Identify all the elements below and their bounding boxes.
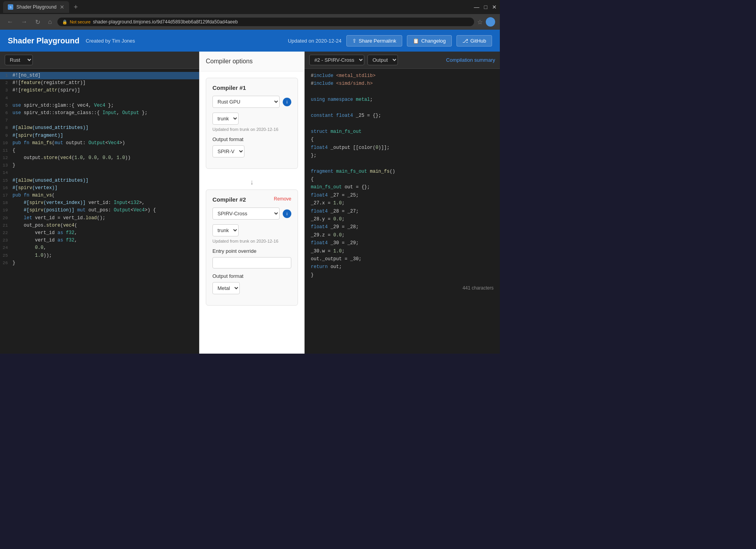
options-header: Compiler options [200,52,304,72]
output-line: #include <simd/simd.h> [311,80,494,88]
output-code-content: #include <metal_stdlib>#include <simd/si… [305,69,500,282]
security-icon: 🔒 [62,20,68,25]
line-text: pub fn main_fs(mut output: Output<Vec4>) [11,139,199,147]
output-line: } [311,271,494,279]
line-number: 14 [0,169,11,177]
compiler1-select[interactable]: Rust GPU [212,96,280,108]
compiler1-output-format-select[interactable]: SPIR-V [212,145,244,157]
maximize-button[interactable]: □ [484,4,487,10]
compiler2-select[interactable]: SPIRV-Cross [212,207,280,220]
compiler2-info-button[interactable]: i [283,209,291,218]
line-number: 12 [0,154,11,162]
code-line: 26} [0,259,199,267]
output-line: float4 _28 = _27; [311,207,494,215]
header-actions: Updated on 2020-12-24 ⇧ Share Permalink … [288,35,492,46]
code-line: 19 #[spirv(position)] mut out_pos: Outpu… [0,207,199,214]
profile-button[interactable] [486,17,495,27]
code-line: 22 vert_id as f32, [0,229,199,237]
code-line: 18 #[spirv(vertex_index)] vert_id: Input… [0,199,199,207]
close-button[interactable]: ✕ [492,4,497,10]
output-line: struct main_fs_out [311,128,494,136]
home-button[interactable]: ⌂ [46,18,54,26]
output-line: main_fs_out out = {}; [311,183,494,191]
address-bar[interactable]: 🔒 Not secure shader-playground.timjones.… [57,18,474,26]
compiler1-type-field: Rust GPU i [212,96,291,108]
compiler2-version-field: trunk Updated from trunk on 2020-12-16 [212,224,291,243]
compiler2-version-select[interactable]: trunk [212,224,239,236]
line-text: pub fn main_vs( [11,192,199,199]
code-line: 5use spirv_std::glam::{ vec4, Vec4 }; [0,102,199,109]
app-subtitle: Created by Tim Jones [86,38,135,44]
line-text: #![feature(register_attr)] [11,79,199,87]
browser-tab[interactable]: S Shader Playground ✕ [3,1,69,13]
output-line [311,88,494,96]
code-line: 4 [0,95,199,102]
output-type-select[interactable]: Output Errors [367,55,398,65]
compiler1-title: Compiler #1 [212,84,291,91]
line-text: 0.0, [11,244,199,252]
line-text: vert_id as f32, [11,229,199,237]
line-number: 26 [0,259,11,267]
output-line: _28.y = 0.0; [311,215,494,223]
compiler1-version-select[interactable]: trunk [212,113,239,125]
compiler1-update-text: Updated from trunk on 2020-12-16 [212,127,291,132]
line-number: 16 [0,184,11,192]
code-content: 1#![no_std]2#![feature(register_attr)]3#… [0,69,199,270]
compiler2-remove-button[interactable]: Remove [274,196,291,202]
compiler2-title-row: Compiler #2 Remove [212,196,291,203]
compiler2-entry-point-label: Entry point override [212,248,291,254]
code-line: 9#[spirv(fragment)] [0,132,199,139]
code-line: 23 vert_id as f32, [0,237,199,244]
language-select[interactable]: Rust GLSL HLSL [5,55,33,65]
compiler1-info-button[interactable]: i [283,98,291,106]
code-line: 16#[spirv(vertex)] [0,184,199,192]
back-button[interactable]: ← [5,18,16,26]
code-editor-panel: Rust GLSL HLSL 1#![no_std]2#![feature(re… [0,52,199,354]
code-line: 13} [0,162,199,169]
output-line: using namespace metal; [311,96,494,104]
forward-button[interactable]: → [19,18,30,26]
char-count: 441 characters [305,282,500,294]
line-text [11,117,199,124]
line-text: vert_id as f32, [11,237,199,244]
line-number: 2 [0,79,11,87]
output-line: float4 _output [[color(0)]]; [311,144,494,152]
compiler2-select-row: SPIRV-Cross i [212,207,291,220]
line-text: #[spirv(fragment)] [11,132,199,139]
changelog-label: Changelog [421,38,446,44]
options-title: Compiler options [206,58,253,64]
reload-button[interactable]: ↻ [33,18,43,27]
output-line: _27.x = 1.0; [311,199,494,207]
line-text: #[spirv(vertex_index)] vert_id: Input<i3… [11,199,199,207]
tab-close-btn[interactable]: ✕ [60,4,64,10]
compiler2-update-text: Updated from trunk on 2020-12-16 [212,239,291,243]
github-button[interactable]: ⎇ GitHub [456,35,492,46]
compiler-output-select[interactable]: #2 - SPIRV-Cross #1 - Rust GPU [309,55,364,65]
code-line: 25 1.0)); [0,252,199,259]
changelog-button[interactable]: 📋 Changelog [407,35,452,46]
line-number: 8 [0,124,11,132]
minimize-button[interactable]: — [474,4,480,10]
entry-point-input[interactable] [212,257,291,268]
line-text: let vert_id = vert_id.load(); [11,215,199,222]
new-tab-button[interactable]: + [71,3,81,11]
github-icon: ⎇ [462,38,468,44]
output-line: { [311,136,494,143]
line-number: 19 [0,207,11,214]
share-permalink-button[interactable]: ⇧ Share Permalink [346,35,402,46]
code-line: 24 0.0, [0,244,199,252]
options-content: Compiler #1 Rust GPU i trunk Updated fro… [200,72,304,318]
code-line: 7 [0,117,199,124]
compiler1-output-format-field: Output format SPIR-V [212,136,291,157]
code-line: 17pub fn main_vs( [0,192,199,199]
line-text: 1.0)); [11,252,199,259]
code-line: 20 let vert_id = vert_id.load(); [0,215,199,222]
line-number: 24 [0,244,11,252]
line-number: 7 [0,117,11,124]
compilation-summary-link[interactable]: Compilation summary [446,57,495,63]
compiler2-output-format-select[interactable]: Metal [212,282,240,294]
bookmark-button[interactable]: ☆ [477,18,483,26]
output-line: float4 _27 = _25; [311,191,494,199]
share-icon: ⇧ [352,38,357,44]
line-text: #![no_std] [11,72,199,79]
